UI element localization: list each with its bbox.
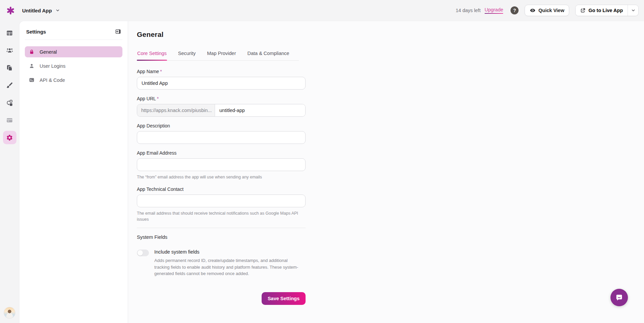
page-title: General [137, 31, 644, 39]
app-name-field-group: App Name* [137, 69, 306, 90]
collapse-sidebar-button[interactable] [114, 28, 122, 35]
sidebar-item-general[interactable]: General [25, 46, 122, 57]
sidebar-title: Settings [26, 29, 46, 35]
chevron-down-icon [55, 8, 60, 13]
tab-map-provider[interactable]: Map Provider [207, 51, 236, 60]
toggle-knob [138, 250, 143, 256]
app-technical-contact-input[interactable] [137, 195, 306, 207]
eye-icon [530, 7, 536, 13]
pages-icon[interactable] [3, 61, 16, 74]
upgrade-link[interactable]: Upgrade [485, 7, 503, 14]
system-fields-heading: System Fields [137, 234, 306, 240]
app-technical-contact-helper-text: The email address that should receive te… [137, 210, 306, 222]
flows-icon[interactable] [3, 96, 16, 109]
app-url-input[interactable] [215, 104, 305, 116]
content-sheet: Settings General User Logins [19, 21, 644, 323]
sidebar-item-label: API & Code [40, 77, 65, 83]
settings-tabs: Core Settings Security Map Provider Data… [137, 51, 299, 61]
app-email-field-group: App Email Address The “from” email addre… [137, 150, 306, 180]
tables-icon[interactable] [3, 26, 16, 40]
app-url-group: https://apps.knack.com/piusbin... [137, 104, 306, 117]
trial-days-left: 14 days left [456, 8, 481, 13]
app-url-field-group: App URL* https://apps.knack.com/piusbin.… [137, 96, 306, 117]
quick-view-button[interactable]: Quick View [525, 5, 569, 16]
save-settings-button[interactable]: Save Settings [262, 292, 306, 305]
user-avatar[interactable] [4, 307, 15, 319]
sidebar-item-label: General [40, 49, 57, 55]
payments-icon[interactable] [3, 113, 16, 127]
go-to-live-app-button[interactable]: Go to Live App [576, 5, 628, 16]
core-settings-form: App Name* App URL* https://apps.knack.co… [137, 69, 306, 305]
app-name-label: App Name* [137, 69, 306, 74]
chat-launcher-button[interactable] [610, 289, 628, 306]
topbar: Untitled App 14 days left Upgrade ? Quic… [0, 0, 644, 21]
users-icon[interactable] [3, 44, 16, 57]
knack-logo-icon[interactable] [6, 6, 15, 15]
tab-core-settings[interactable]: Core Settings [137, 51, 167, 60]
quick-view-label: Quick View [538, 8, 564, 13]
settings-sidebar: Settings General User Logins [19, 21, 128, 323]
app-switcher[interactable]: Untitled App [22, 8, 60, 13]
required-asterisk: * [160, 69, 162, 74]
help-button[interactable]: ? [511, 6, 519, 14]
external-link-icon [580, 8, 586, 13]
chevron-down-icon [631, 8, 636, 13]
app-email-input[interactable] [137, 158, 306, 171]
app-email-label: App Email Address [137, 150, 306, 156]
sidebar-item-label: User Logins [40, 63, 65, 69]
include-system-fields-row: Include system fields Adds permanent rec… [137, 249, 306, 277]
app-email-helper-text: The “from” email address the app will us… [137, 174, 306, 180]
app-url-label: App URL* [137, 96, 306, 101]
primary-nav-rail [0, 21, 19, 323]
collapse-panel-icon [115, 29, 121, 35]
sidebar-item-api-code[interactable]: API & Code [25, 74, 122, 86]
app-technical-contact-label: App Technical Contact [137, 186, 306, 192]
settings-icon[interactable] [3, 131, 16, 144]
tab-data-compliance[interactable]: Data & Compliance [247, 51, 289, 60]
app-description-input[interactable] [137, 131, 306, 144]
user-icon [29, 63, 35, 69]
go-live-more-options-button[interactable] [628, 5, 638, 16]
app-technical-contact-field-group: App Technical Contact The email address … [137, 186, 306, 222]
include-system-fields-toggle[interactable] [137, 250, 149, 256]
required-asterisk: * [157, 96, 159, 101]
app-name: Untitled App [22, 8, 52, 13]
include-system-fields-description: Adds permanent record ID, create/update … [154, 257, 301, 277]
save-row: Save Settings [137, 292, 306, 305]
chat-bubble-icon [615, 293, 624, 302]
section-divider [137, 228, 306, 228]
app-description-label: App Description [137, 123, 306, 128]
include-system-fields-label: Include system fields [154, 249, 301, 255]
design-icon[interactable] [3, 78, 16, 92]
go-to-live-app-label: Go to Live App [588, 8, 623, 13]
sidebar-item-user-logins[interactable]: User Logins [25, 60, 122, 71]
tab-security[interactable]: Security [178, 51, 196, 60]
lock-icon [29, 49, 35, 55]
app-name-input[interactable] [137, 77, 306, 90]
go-live-split-button: Go to Live App [575, 5, 639, 16]
app-url-prefix: https://apps.knack.com/piusbin... [137, 104, 215, 116]
terminal-icon [29, 77, 35, 83]
app-description-field-group: App Description [137, 123, 306, 144]
main-content: General Core Settings Security Map Provi… [128, 21, 644, 323]
